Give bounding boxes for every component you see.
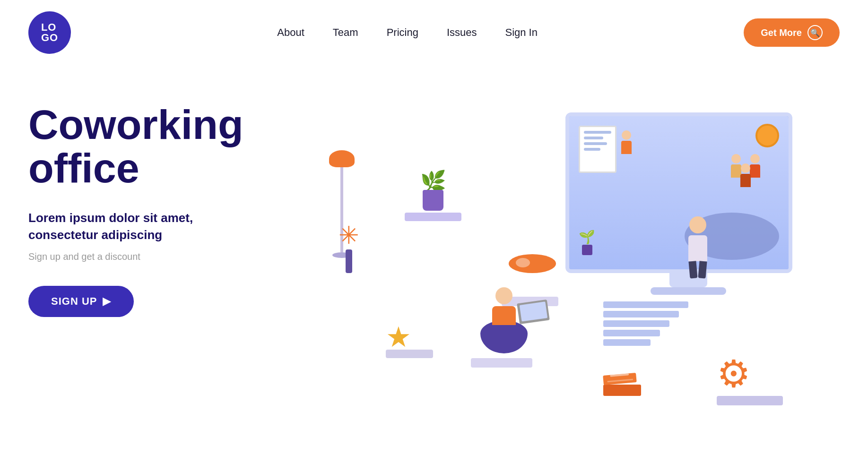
books-element	[603, 370, 641, 396]
hero-title: Coworking office	[28, 103, 255, 190]
beanbag-bag	[480, 320, 528, 353]
monitor-base	[651, 287, 726, 295]
gear-icon: ⚙	[717, 352, 783, 396]
nav-pricing[interactable]: Pricing	[387, 26, 418, 39]
nav-team[interactable]: Team	[333, 26, 358, 39]
beanbag-shirt	[492, 306, 516, 325]
whiteboard	[579, 126, 616, 173]
laptop-element	[517, 300, 550, 324]
beanbag-head	[495, 287, 512, 304]
meeting-scene: 🌱	[569, 116, 789, 269]
book2	[603, 385, 641, 396]
flower-stem	[346, 249, 352, 273]
orange-pouf	[509, 254, 556, 273]
plant-pot	[423, 190, 443, 211]
beanbag-person	[480, 287, 528, 353]
star-decoration: ★	[386, 320, 433, 358]
hero-discount-text: Sign up and get a discount	[28, 251, 255, 262]
lamp-shade	[329, 150, 355, 167]
plant-shelf: 🌿	[405, 169, 461, 221]
monitor-screen: 🌱	[565, 112, 792, 273]
main-content: Coworking office Lorem ipsum dolor sit a…	[0, 65, 868, 462]
star-icon: ★	[386, 320, 433, 353]
platform-tile-beanbag	[471, 358, 532, 368]
person-sitter1	[750, 154, 760, 178]
gear-decoration: ⚙	[717, 352, 783, 405]
laptop-screen	[519, 301, 547, 321]
logo[interactable]: LOGO	[28, 11, 71, 54]
plant-in-monitor: 🌱	[579, 229, 595, 255]
person-sitter2	[731, 154, 741, 178]
person-presenter	[621, 130, 632, 154]
search-icon: 🔍	[807, 25, 823, 40]
header: LOGO About Team Pricing Issues Sign In G…	[0, 0, 868, 65]
flower-decoration: ✳	[339, 221, 359, 273]
nav-about[interactable]: About	[277, 26, 304, 39]
shelf	[405, 213, 461, 221]
person-sitter3	[740, 163, 751, 187]
hero-illustration: 🌱	[255, 84, 840, 462]
book1	[603, 373, 636, 385]
nav-issues[interactable]: Issues	[447, 26, 477, 39]
navigation: About Team Pricing Issues Sign In	[277, 26, 538, 39]
isometric-scene: 🌱	[272, 75, 840, 453]
walking-person	[688, 216, 707, 278]
gear-platform	[717, 396, 783, 405]
hero-section: Coworking office Lorem ipsum dolor sit a…	[28, 84, 255, 317]
monitor-steps	[603, 301, 688, 346]
clock-icon	[755, 124, 779, 147]
signup-button[interactable]: SIGN UP ▶	[28, 286, 134, 317]
pouf-shape	[509, 254, 556, 273]
arrow-icon: ▶	[103, 295, 111, 308]
get-more-button[interactable]: Get More 🔍	[744, 18, 840, 47]
hero-subtitle: Lorem ipsum dolor sit amet,consectetur a…	[28, 209, 255, 244]
flower-icon: ✳	[339, 221, 359, 249]
nav-signin[interactable]: Sign In	[505, 26, 538, 39]
